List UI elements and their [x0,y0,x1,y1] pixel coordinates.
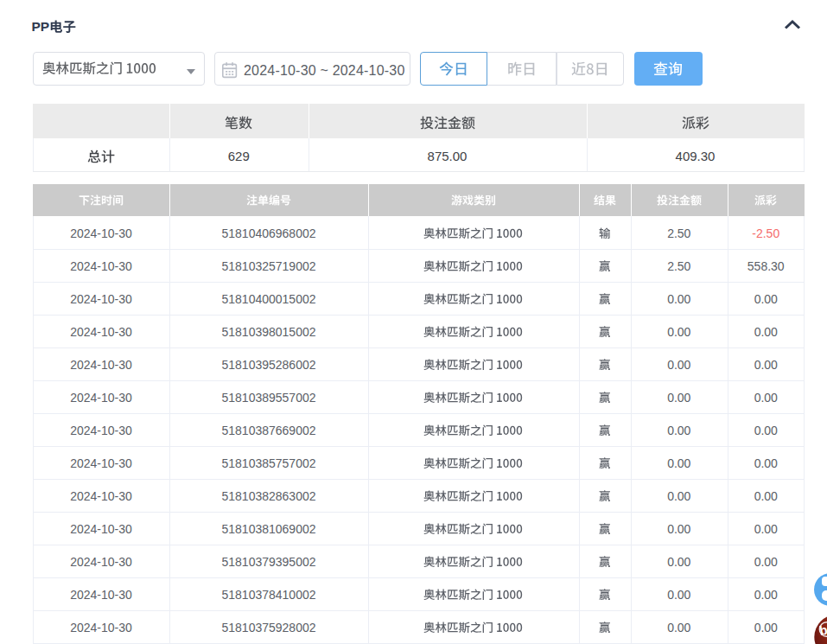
svg-text:b: b [818,622,827,638]
